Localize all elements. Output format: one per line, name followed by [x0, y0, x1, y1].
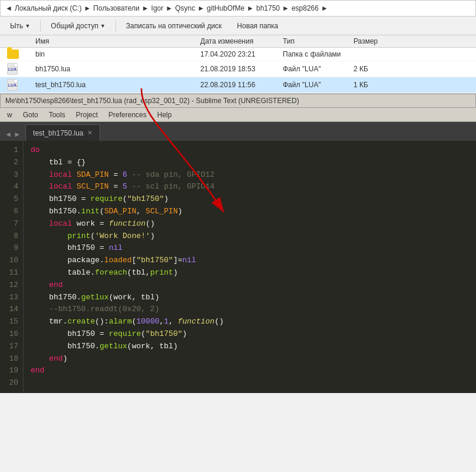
- file-type: Файл "LUA": [283, 65, 353, 73]
- file-row[interactable]: bin 17.04.2020 23:21 Папка с файлами: [0, 48, 476, 61]
- breadcrumb-sep: ►: [197, 4, 204, 12]
- breadcrumb-text: Igor: [151, 4, 164, 12]
- toolbar: Ыть ▼ Общий доступ ▼ Записать на оптичес…: [0, 16, 476, 35]
- breadcrumb-sep: ►: [282, 4, 289, 12]
- code-line-19: end: [31, 365, 469, 377]
- line-num: 13: [7, 292, 18, 304]
- menu-item-tools[interactable]: Tools: [44, 110, 70, 120]
- breadcrumb-sep: ►: [142, 4, 149, 12]
- editor-title: Me\bh1750\esp8266\test_bh1750.lua (rad_e…: [5, 97, 299, 105]
- breadcrumb-sep: ►: [247, 4, 254, 12]
- file-size: 1 КБ: [353, 81, 401, 89]
- line-num: 18: [7, 353, 18, 365]
- file-date: 17.04.2020 23:21: [200, 50, 283, 58]
- code-line-6: bh1750.init(SDA_PIN, SCL_PIN): [31, 206, 469, 218]
- code-line-7: local work = function(): [31, 218, 469, 230]
- tab-nav-arrows[interactable]: ◄ ►: [0, 128, 25, 141]
- header-size[interactable]: Размер: [353, 37, 401, 45]
- header-type[interactable]: Тип: [283, 37, 353, 45]
- line-num: 11: [7, 267, 18, 279]
- new-folder-label: Новая папка: [237, 22, 278, 30]
- line-num: 5: [7, 193, 18, 206]
- line-num: 2: [7, 157, 18, 169]
- menu-item-w[interactable]: w: [2, 110, 17, 120]
- line-num: 1: [7, 144, 18, 157]
- line-num: 19: [7, 365, 18, 377]
- breadcrumb-sep: ►: [166, 4, 173, 12]
- share-label: Общий доступ: [51, 22, 98, 30]
- line-num: 8: [7, 230, 18, 243]
- file-row-selected[interactable]: LUA test_bh1750.lua 22.08.2019 11:56 Фай…: [0, 77, 476, 93]
- toolbar-sep2: [115, 20, 116, 32]
- line-num: 3: [7, 169, 18, 181]
- code-line-17: bh1750.getlux(work, tbl): [31, 341, 469, 353]
- file-icon-cell: LUA: [0, 63, 35, 75]
- share-button[interactable]: Общий доступ ▼: [45, 19, 111, 32]
- editor-tab-active[interactable]: test_bh1750.lua ✕: [25, 124, 100, 141]
- back-arrow-icon: ▼: [25, 23, 30, 29]
- editor-menu-bar: w Goto Tools Project Preferences Help: [0, 108, 476, 122]
- editor-tabs: ◄ ► test_bh1750.lua ✕: [0, 122, 476, 141]
- code-line-16: bh1750 = require("bh1750"): [31, 328, 469, 341]
- menu-item-preferences[interactable]: Preferences: [104, 110, 151, 120]
- burn-label: Записать на оптический диск: [126, 22, 222, 30]
- lua-file-icon: LUA: [7, 63, 18, 75]
- file-explorer: ◄ Локальный диск (C:) ► Пользователи ► I…: [0, 0, 476, 94]
- sublime-text-editor: Me\bh1750\esp8266\test_bh1750.lua (rad_e…: [0, 94, 476, 393]
- code-line-1: do: [31, 144, 469, 157]
- code-line-13: bh1750.getlux(work, tbl): [31, 292, 469, 304]
- file-size: 2 КБ: [353, 65, 401, 73]
- code-line-12: end: [31, 279, 469, 292]
- breadcrumb-text: Qsync: [175, 4, 195, 12]
- file-type: Папка с файлами: [283, 50, 353, 58]
- line-num: 16: [7, 328, 18, 341]
- file-row[interactable]: LUA bh1750.lua 21.08.2019 18:53 Файл "LU…: [0, 61, 476, 77]
- main-window: ◄ Локальный диск (C:) ► Пользователи ► I…: [0, 0, 476, 393]
- menu-item-help[interactable]: Help: [153, 110, 177, 120]
- breadcrumb[interactable]: ◄ Локальный диск (C:) ► Пользователи ► I…: [0, 0, 476, 16]
- code-line-4: local SCL_PIN = 5 -- scl pin, GPIO14: [31, 181, 469, 193]
- line-numbers: 1 2 3 4 5 6 7 8 9 10 11 12 13 14 15 16 1…: [0, 141, 24, 393]
- menu-item-goto[interactable]: Goto: [18, 110, 43, 120]
- breadcrumb-text: bh1750: [256, 4, 280, 12]
- code-line-18: end): [31, 353, 469, 365]
- file-name: bh1750.lua: [35, 65, 200, 73]
- code-line-2: tbl = {}: [31, 157, 469, 169]
- share-arrow-icon: ▼: [100, 23, 105, 29]
- code-content[interactable]: do tbl = {} local SDA_PIN = 6 -- sda pin…: [24, 141, 476, 393]
- file-date: 21.08.2019 18:53: [200, 65, 283, 73]
- file-date: 22.08.2019 11:56: [200, 81, 283, 89]
- breadcrumb-text: esp8266: [292, 4, 319, 12]
- line-num: 15: [7, 316, 18, 328]
- back-button[interactable]: Ыть ▼: [5, 19, 35, 32]
- file-list-header: Имя Дата изменения Тип Размер: [0, 35, 476, 48]
- folder-icon: [7, 49, 19, 59]
- burn-button[interactable]: Записать на оптический диск: [121, 19, 227, 32]
- breadcrumb-sep: ►: [321, 4, 328, 12]
- line-num: 6: [7, 206, 18, 218]
- file-name: test_bh1750.lua: [35, 81, 200, 89]
- file-type: Файл "LUA": [283, 81, 353, 89]
- editor-title-bar: Me\bh1750\esp8266\test_bh1750.lua (rad_e…: [0, 94, 476, 108]
- code-line-10: package.loaded["bh1750"]=nil: [31, 255, 469, 267]
- editor-body[interactable]: 1 2 3 4 5 6 7 8 9 10 11 12 13 14 15 16 1…: [0, 141, 476, 393]
- code-line-8: print('Work Done!'): [31, 230, 469, 243]
- file-icon-cell: [0, 49, 35, 59]
- code-line-3: local SDA_PIN = 6 -- sda pin, GPIO12: [31, 169, 469, 181]
- header-date[interactable]: Дата изменения: [200, 37, 283, 45]
- lua-file-icon: LUA: [7, 79, 18, 91]
- breadcrumb-text: gitHubOfMe: [207, 4, 244, 12]
- code-line-9: bh1750 = nil: [31, 242, 469, 255]
- tab-filename: test_bh1750.lua: [33, 129, 83, 137]
- breadcrumb-text: Локальный диск (C:): [15, 4, 82, 12]
- tab-close-button[interactable]: ✕: [87, 129, 92, 137]
- menu-item-project[interactable]: Project: [71, 110, 103, 120]
- new-folder-button[interactable]: Новая папка: [232, 19, 283, 32]
- file-list: bin 17.04.2020 23:21 Папка с файлами LUA…: [0, 48, 476, 93]
- breadcrumb-item: ◄: [5, 4, 12, 12]
- file-icon-cell: LUA: [0, 79, 35, 91]
- header-name[interactable]: Имя: [0, 37, 200, 45]
- code-line-5: bh1750 = require("bh1750"): [31, 193, 469, 206]
- code-line-20: [31, 377, 469, 390]
- line-num: 14: [7, 303, 18, 316]
